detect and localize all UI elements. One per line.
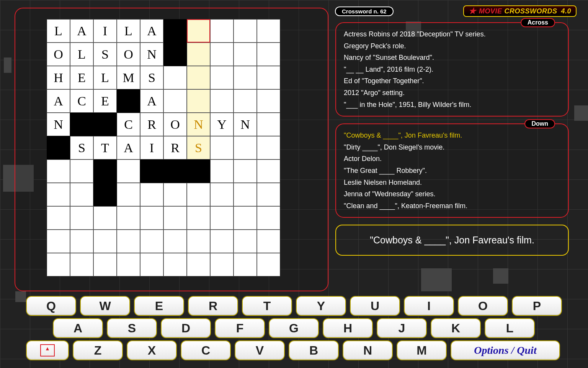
grid-cell[interactable] [257, 66, 280, 89]
grid-cell[interactable]: L [117, 19, 140, 43]
grid-cell[interactable] [257, 19, 280, 43]
key-y[interactable]: Y [296, 296, 346, 316]
grid-cell[interactable] [187, 19, 210, 43]
key-x[interactable]: X [127, 340, 177, 360]
grid-cell[interactable]: E [93, 89, 117, 113]
grid-cell[interactable] [117, 159, 140, 183]
grid-cell[interactable] [117, 206, 140, 230]
grid-cell[interactable] [257, 230, 280, 253]
grid-cell[interactable] [234, 230, 257, 253]
grid-cell[interactable] [210, 183, 234, 206]
clue-line[interactable]: Nancy of "Sunset Boulevard". [344, 52, 560, 64]
key-m[interactable]: M [397, 340, 447, 360]
key-v[interactable]: V [235, 340, 285, 360]
key-d[interactable]: D [161, 318, 211, 338]
grid-cell[interactable] [210, 230, 234, 253]
grid-cell[interactable]: E [70, 66, 93, 89]
key-l[interactable]: L [485, 318, 535, 338]
grid-cell[interactable] [187, 89, 210, 113]
key-r[interactable]: R [188, 296, 238, 316]
grid-cell[interactable]: A [47, 89, 70, 113]
grid-cell[interactable] [257, 113, 280, 136]
grid-cell[interactable]: L [47, 19, 70, 43]
key-j[interactable]: J [377, 318, 427, 338]
grid-cell[interactable]: S [70, 136, 93, 159]
key-q[interactable]: Q [26, 296, 76, 316]
key-a[interactable]: A [53, 318, 103, 338]
grid-cell[interactable] [187, 66, 210, 89]
grid-cell[interactable] [70, 206, 93, 230]
grid-cell[interactable] [257, 43, 280, 66]
key-z[interactable]: Z [73, 340, 123, 360]
grid-cell[interactable]: I [140, 136, 163, 159]
key-delete[interactable]: ▲ [26, 340, 69, 360]
grid-cell[interactable] [47, 183, 70, 206]
clue-line[interactable]: Gregory Peck's role. [344, 40, 560, 52]
key-t[interactable]: T [242, 296, 292, 316]
grid-cell[interactable] [140, 230, 163, 253]
grid-cell[interactable] [70, 230, 93, 253]
grid-cell[interactable]: R [163, 136, 187, 159]
grid-cell[interactable] [140, 183, 163, 206]
grid-cell[interactable]: O [117, 43, 140, 66]
grid-cell[interactable] [257, 183, 280, 206]
grid-cell[interactable]: H [47, 66, 70, 89]
grid-cell[interactable] [210, 66, 234, 89]
grid-cell[interactable] [140, 253, 163, 276]
grid-cell[interactable] [234, 66, 257, 89]
grid-cell[interactable] [257, 136, 280, 159]
grid-cell[interactable] [210, 19, 234, 43]
grid-cell[interactable]: S [187, 136, 210, 159]
grid-cell[interactable]: O [47, 43, 70, 66]
grid-cell[interactable]: Y [210, 113, 234, 136]
grid-cell[interactable]: R [140, 113, 163, 136]
clue-line[interactable]: 2012 "Argo" setting. [344, 87, 560, 99]
grid-cell[interactable]: A [70, 19, 93, 43]
grid-cell[interactable] [47, 253, 70, 276]
grid-cell[interactable]: N [140, 43, 163, 66]
key-g[interactable]: G [269, 318, 319, 338]
grid-cell[interactable] [47, 206, 70, 230]
grid-cell[interactable] [47, 159, 70, 183]
grid-cell[interactable] [117, 253, 140, 276]
grid-cell[interactable] [163, 89, 187, 113]
grid-cell[interactable] [234, 19, 257, 43]
clue-line[interactable]: "The Great ____ Robbery". [344, 165, 560, 177]
key-k[interactable]: K [431, 318, 481, 338]
grid-cell[interactable] [163, 253, 187, 276]
clue-line[interactable]: Actor Delon. [344, 153, 560, 165]
grid-cell[interactable] [117, 230, 140, 253]
grid-cell[interactable] [234, 43, 257, 66]
clue-line[interactable]: "Clean and ____", Keaton-Freeman film. [344, 200, 560, 212]
grid-cell[interactable] [93, 253, 117, 276]
grid-cell[interactable] [234, 89, 257, 113]
key-i[interactable]: I [404, 296, 454, 316]
grid-cell[interactable]: S [93, 43, 117, 66]
grid-cell[interactable] [163, 230, 187, 253]
grid-cell[interactable] [187, 253, 210, 276]
grid-cell[interactable]: L [93, 66, 117, 89]
grid-cell[interactable]: L [70, 43, 93, 66]
grid-cell[interactable] [187, 230, 210, 253]
grid-cell[interactable]: T [93, 136, 117, 159]
key-f[interactable]: F [215, 318, 265, 338]
grid-cell[interactable] [140, 206, 163, 230]
clue-line[interactable]: Ed of "Together Together". [344, 75, 560, 87]
grid-cell[interactable]: O [163, 113, 187, 136]
clue-line[interactable]: "___ in the Hole", 1951, Billy Wilder's … [344, 99, 560, 111]
options-quit-button[interactable]: Options / Quit [451, 340, 560, 360]
grid-cell[interactable]: A [140, 19, 163, 43]
key-e[interactable]: E [134, 296, 184, 316]
grid-cell[interactable] [234, 183, 257, 206]
grid-cell[interactable] [47, 230, 70, 253]
clue-line[interactable]: "Dirty ____", Don Siegel's movie. [344, 141, 560, 153]
grid-cell[interactable] [234, 253, 257, 276]
key-u[interactable]: U [350, 296, 400, 316]
clue-line[interactable]: Jenna of "Wednesday" series. [344, 188, 560, 200]
grid-cell[interactable] [70, 253, 93, 276]
grid-cell[interactable]: I [93, 19, 117, 43]
grid-cell[interactable] [93, 206, 117, 230]
key-n[interactable]: N [343, 340, 393, 360]
grid-cell[interactable] [187, 183, 210, 206]
grid-cell[interactable] [163, 206, 187, 230]
